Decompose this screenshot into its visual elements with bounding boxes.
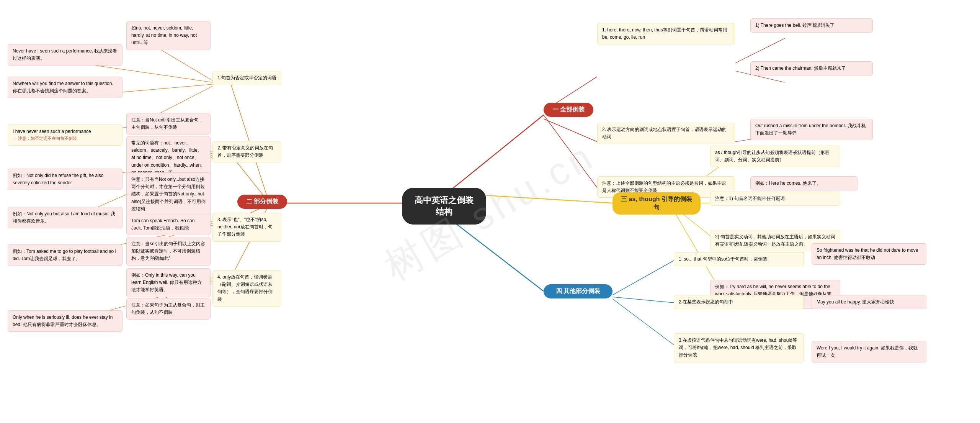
svg-line-0	[444, 115, 544, 195]
s2-ex2-box: Nowhere will you find the answer to this…	[8, 77, 122, 98]
s3-note1-box: 注意：1) 句首名词不能带任何冠词	[710, 192, 840, 206]
s1-note-ex-box: 例如：Here he comes. 他来了。	[750, 176, 858, 190]
svg-line-10	[230, 80, 268, 199]
s1-ex2-box: 2) Then came the chairman. 然后主席就来了	[750, 61, 873, 75]
branch-four-label: 四 其他部分倒装	[544, 284, 612, 298]
svg-line-3	[444, 215, 544, 291]
svg-line-33	[612, 261, 674, 295]
branch-one-label: 一 全部倒装	[544, 103, 593, 117]
center-node: 高中英语之倒装结构	[402, 188, 486, 225]
s2-ex1-box: Never have I seen such a performance. 我从…	[8, 44, 122, 66]
s2-rule4-title: 4. only放在句首，强调状语（副词、介词短语或状语从句等），全句语序要部分倒…	[212, 270, 281, 307]
s2-note2-box: 注意：只有当Not only...but also连接两个分句时，才在第一个分句…	[126, 172, 211, 216]
svg-line-2	[486, 195, 612, 203]
s1-rule1-box: 1. here, there, now, then, thus等副词置于句首，谓…	[597, 23, 735, 44]
s2-note3-box: 注意：当so引出的句子用以上文内容加以证实或肯定时，不可用倒装结构，意为'的确如…	[126, 237, 211, 266]
svg-line-34	[612, 297, 674, 303]
s2-note4-box: 注意：如果句子为主从复合句，则主句倒装，从句不倒装	[126, 298, 211, 320]
s2-ex8-box: Only when he is seriously ill, does he e…	[8, 310, 122, 332]
branch-three-label: 三 as, though 引导的倒装句	[612, 192, 701, 215]
s1-rule2-ex-box: Out rushed a missile from under the bomb…	[750, 119, 873, 140]
s1-ex1-box: 1) There goes the bell. 铃声渐渐消失了	[750, 18, 873, 33]
svg-line-6	[544, 115, 597, 188]
s4-ex3-box: Were I you, I would try it again. 如果我是你，…	[812, 341, 926, 362]
s2-rule3-title: 3. 表示"也"、"也不"的so, neither, nor放在句首时，句子作部…	[212, 213, 281, 242]
s2-note1-box: 注意：当Not until引出主从复合句，主句倒装，从句不倒装	[126, 113, 211, 134]
svg-line-7	[735, 38, 785, 63]
s2-note1-detail-box: I have never seen such a performance — 注…	[8, 125, 122, 146]
svg-line-35	[612, 299, 674, 345]
s2-ex3-box: 例如：Not only did he refuse the gift, he a…	[8, 169, 122, 190]
s4-rule3-box: 3.在虚拟语气条件句中从句谓语动词有were, had, should等词，可将…	[674, 333, 804, 362]
s4-ex1-box: So frightened was he that he did not dar…	[812, 243, 926, 265]
s3-rule-box: as / though引导的让步从句必须将表语或状语提前（形容词、副词、分词、实…	[710, 146, 840, 167]
s2-ex5-box: Tom can speak French. So can Jack. Tom能说…	[126, 214, 211, 235]
s4-rule1-box: 1. so... that 句型中的so位于句首时，需倒装	[674, 252, 804, 266]
s2-rule2-title: 2. 带有否定意义的词放在句首，语序需要部分倒装	[212, 141, 281, 162]
s4-ex2-box: May you all be happy. 望大家开心愉快	[812, 295, 926, 309]
branch-two-label: 二 部分倒装	[237, 195, 287, 209]
svg-line-5	[544, 119, 597, 142]
s2-ex7-box: 例如：Only in this way, can you learn Engli…	[126, 268, 211, 297]
s2-rule1-title: 1.句首为否定或半否定的词语	[212, 71, 281, 85]
s1-rule2-box: 2. 表示运动方向的副词或地点状语置于句首，谓语表示运动的动词	[597, 123, 735, 144]
s2-ex6-box: 例如：Tom asked me to go to play football a…	[8, 244, 122, 266]
s2-ex4-box: 例如：Not only you but also I am fond of mu…	[8, 207, 122, 228]
s4-rule2-box: 2.在某些表示祝愿的句型中	[674, 295, 804, 309]
center-node-label: 高中英语之倒装结构	[415, 195, 474, 216]
s2-rule1-words: 如no, not, never, seldom, little, hardly,…	[126, 21, 211, 50]
